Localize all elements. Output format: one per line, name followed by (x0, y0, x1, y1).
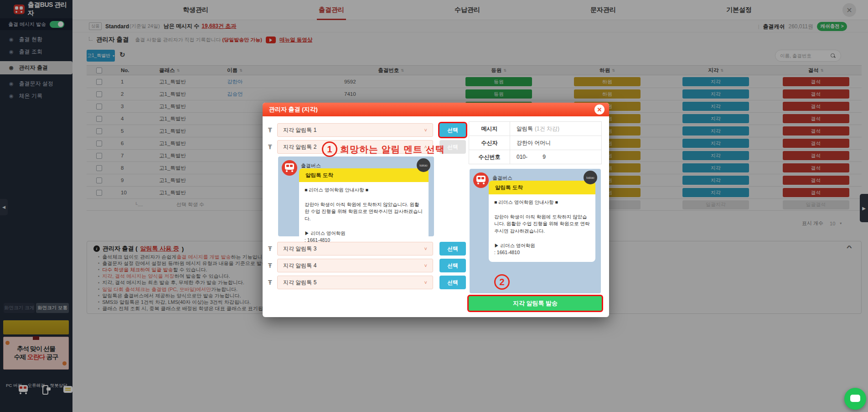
select-template-1-button[interactable]: 선택 (439, 123, 466, 137)
modal-title: 관리자 출결 (지각) (269, 105, 318, 114)
kakao-preview-left: 출결버스 kakao 알림톡 도착 ■ 리더스 영어학원 안내사항 ■ 강한아 … (278, 156, 434, 236)
message-type-label: 메시지 (469, 122, 510, 136)
modal-header: 관리자 출결 (지각) (263, 103, 609, 116)
kakao-preview-right: 출결버스 kakao 알림톡 도착 ■ 리더스 영어학원 안내사항 ■ 강한아 … (470, 169, 601, 293)
pin-icon: Ŧ (268, 279, 275, 286)
preview-banner: 알림톡 도착 (489, 181, 595, 194)
late-template-5-dropdown[interactable]: 지각 알림톡 5˅ (277, 276, 433, 289)
chat-fab-button[interactable] (844, 388, 866, 410)
recipient-info-table: 메시지알림톡(1건 차감) 수신자강한아 어머니 수신번호010- 9 (469, 121, 602, 164)
preview-message: ■ 리더스 영어학원 안내사항 ■ 강한아 학생이 아직 학원에 도착하지 않았… (489, 194, 595, 262)
bus-avatar-icon (473, 172, 489, 188)
template-label: 지각 알림톡 2 (283, 143, 316, 151)
late-template-4-dropdown[interactable]: 지각 알림톡 4˅ (277, 259, 433, 272)
late-template-1-dropdown[interactable]: 지각 알림톡 1˅ (277, 123, 433, 137)
template-label: 지각 알림톡 4 (283, 262, 316, 270)
chevron-down-icon: ˅ (424, 280, 427, 285)
chevron-down-icon: ˅ (424, 246, 427, 251)
late-template-3-dropdown[interactable]: 지각 알림톡 3˅ (277, 242, 433, 256)
annotation-step-1: 1 (322, 141, 337, 157)
annotation-step-2: 2 (494, 274, 510, 290)
admin-late-modal: 관리자 출결 (지각) ✕ Ŧ 지각 알림톡 1˅ 선택 Ŧ 지각 알림톡 2˄… (263, 103, 609, 317)
preview-banner: 알림톡 도착 (299, 168, 429, 182)
kakao-badge-icon: kakao (417, 158, 430, 172)
select-template-4-button[interactable]: 선택 (439, 259, 466, 272)
recipient-value: 강한아 어머니 (510, 136, 601, 150)
message-type-note: (1건 차감) (535, 125, 559, 133)
recipient-number-label: 수신번호 (469, 150, 510, 164)
pin-icon: Ŧ (268, 126, 275, 134)
recipient-number-value: 010- 9 (510, 150, 601, 164)
bus-avatar-icon (282, 160, 297, 176)
select-template-3-button[interactable]: 선택 (439, 242, 466, 256)
chevron-down-icon: ˅ (424, 263, 427, 268)
recipient-label: 수신자 (469, 136, 510, 150)
pin-icon: Ŧ (268, 262, 275, 269)
send-late-alimtalk-button[interactable]: 지각 알림톡 발송 (469, 296, 602, 311)
modal-close-icon[interactable]: ✕ (594, 104, 604, 115)
kakao-badge-icon: kakao (584, 171, 597, 184)
template-label: 지각 알림톡 1 (283, 126, 316, 134)
chat-bubble-icon (850, 395, 860, 402)
chevron-down-icon: ˅ (424, 127, 427, 133)
annotation-step-1-text: 희망하는 알림 멘트 선택 (340, 143, 445, 156)
template-label: 지각 알림톡 5 (283, 279, 316, 287)
select-template-5-button[interactable]: 선택 (439, 276, 466, 289)
preview-message: ■ 리더스 영어학원 안내사항 ■ 강한아 학생이 아직 학원에 도착하지 않았… (299, 182, 429, 250)
pin-icon: Ŧ (268, 143, 275, 151)
app-root: 학생관리 출결관리 수납관리 문자관리 기본설정 ✕ 상품 Standard (… (0, 0, 868, 412)
template-label: 지각 알림톡 3 (283, 245, 316, 253)
pin-icon: Ŧ (268, 245, 275, 252)
message-type-value: 알림톡 (517, 125, 533, 133)
